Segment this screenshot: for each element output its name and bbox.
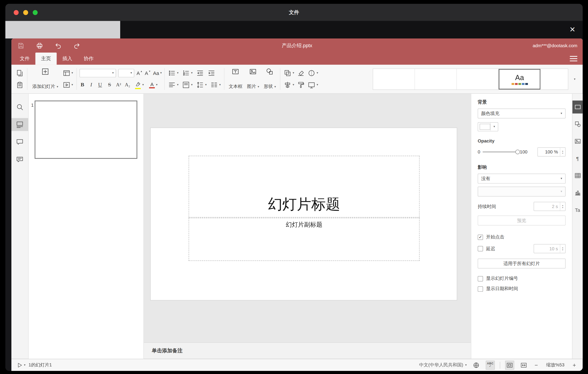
start-slideshow-status-button[interactable]: ▾ [17,362,25,368]
background-color-picker[interactable]: ▾ [478,122,498,132]
theme-tile[interactable] [373,69,415,89]
preview-button[interactable]: 预览 [478,216,566,225]
apply-to-all-slides-button[interactable]: 适用于所有幻灯片 [478,259,566,268]
insert-image-button[interactable]: 图片▾ [245,67,261,91]
superscript-button[interactable]: A² [116,82,121,88]
print-button[interactable] [35,41,43,50]
clear-style-button[interactable] [296,69,306,77]
document-language-button[interactable]: 中文(中华人民共和国) ▾ [419,362,467,368]
font-color-button[interactable]: A ▾ [148,81,158,88]
tab-collaboration[interactable]: 协作 [78,53,99,65]
set-language-button[interactable] [472,360,481,370]
spinner-arrows[interactable]: ▲▼ [560,244,565,253]
effect-type-select[interactable]: ▾ [478,187,566,196]
tab-home[interactable]: 主页 [35,53,56,65]
save-button[interactable] [17,41,25,50]
close-preview-button[interactable]: ✕ [567,24,578,35]
align-shape-button[interactable]: ▾ [283,81,295,89]
strikeout-button[interactable]: S [107,82,112,88]
copy-style-button[interactable] [296,81,306,89]
opacity-spinner[interactable]: 100 % ▲▼ [537,147,566,157]
spinner-arrows[interactable]: ▲▼ [560,148,565,156]
tab-file[interactable]: 文件 [14,53,35,65]
delay-spinner[interactable]: 10 s ▲▼ [534,244,566,253]
spell-check-button[interactable]: ABC ✓ [486,360,495,370]
slide-title-placeholder[interactable]: 幻灯片标题 [189,156,419,217]
font-size-combo[interactable]: ▾ [118,69,135,77]
vertical-align-button[interactable]: ▾ [182,81,193,89]
slide-subtitle-placeholder[interactable]: 幻灯片副标题 [189,218,419,261]
chat-panel-button[interactable] [11,153,28,166]
theme-gallery-expand-button[interactable]: ▾ [571,68,579,90]
tab-insert[interactable]: 插入 [57,53,78,65]
minimize-window-button[interactable] [23,10,28,15]
numbering-button[interactable]: ▾ [182,69,193,77]
increase-font-button[interactable]: A▲ [136,70,143,76]
start-slideshow-button[interactable]: ▾ [62,81,74,89]
show-slide-number-checkbox[interactable]: ✓ 显示幻灯片编号 [478,275,566,282]
opacity-slider[interactable] [483,152,518,152]
paste-button[interactable] [15,81,24,89]
change-layout-button[interactable]: ▾ [62,69,74,77]
underline-button[interactable]: U [97,82,103,88]
spinner-arrows[interactable]: ▲▼ [560,202,565,210]
notes-area[interactable]: 单击添加备注 [144,342,471,359]
slide-thumbnail[interactable] [35,100,137,159]
add-slide-button[interactable]: 添加幻灯片▾ [29,67,61,91]
slides-panel-button[interactable] [11,118,28,131]
opacity-slider-knob[interactable] [515,150,520,154]
decrease-indent-button[interactable] [196,69,205,77]
line-spacing-button[interactable]: ▾ [196,81,208,89]
comments-panel-button[interactable] [11,136,28,149]
paragraph-settings-tab[interactable]: ¶ [572,152,583,165]
toolbar-separator [280,68,281,90]
menu-button[interactable] [570,56,577,61]
zoom-out-button[interactable]: − [533,362,539,368]
slide-settings-tab[interactable] [572,100,583,113]
theme-tile[interactable] [415,69,457,89]
undo-button[interactable] [54,41,62,50]
delay-checkbox[interactable]: ✓ 延迟 [478,245,495,252]
search-panel-button[interactable] [11,100,28,113]
font-name-combo[interactable]: ▾ [80,69,116,77]
image-settings-tab[interactable] [572,135,583,148]
zoom-in-button[interactable]: + [571,362,577,368]
duration-spinner[interactable]: 2 s ▲▼ [534,202,566,211]
theme-tile[interactable] [457,69,499,89]
table-settings-tab[interactable] [572,169,583,182]
shape-settings-tab[interactable] [572,118,583,131]
slide-size-button[interactable]: ▾ [307,81,319,89]
arrange-shape-button[interactable]: ▾ [283,69,295,77]
theme-tile-selected[interactable]: Aa [499,69,540,89]
start-on-click-checkbox[interactable]: ✓ 开始点击 [478,234,566,240]
highlight-color-button[interactable]: ▾ [134,80,145,89]
slide[interactable]: 幻灯片标题 幻灯片副标题 [150,128,457,300]
textart-settings-tab[interactable]: Ta [572,203,583,216]
redo-button[interactable] [73,41,81,50]
fit-slide-button[interactable] [505,360,514,370]
close-window-button[interactable] [14,10,19,15]
show-date-time-checkbox[interactable]: ✓ 显示日期和时间 [478,286,566,292]
subscript-button[interactable]: A₂ [125,82,130,88]
increase-indent-button[interactable] [207,69,216,77]
color-scheme-button[interactable]: ▾ [307,69,319,77]
italic-button[interactable]: I [89,82,93,88]
fit-width-button[interactable] [519,360,528,370]
decrease-font-button[interactable]: A▼ [145,70,151,76]
chart-settings-tab[interactable] [572,186,583,199]
theme-tile[interactable] [540,69,568,89]
spellcheck-icon: ABC ✓ [487,362,494,368]
textart-icon-label: Ta [575,207,580,213]
copy-button[interactable] [15,69,24,77]
zoom-window-button[interactable] [33,10,38,15]
bullets-button[interactable]: ▾ [168,69,179,77]
insert-textbox-button[interactable]: 文本框 [227,67,245,91]
horizontal-align-button[interactable]: ▾ [168,81,179,89]
columns-button[interactable]: ▾ [210,81,222,89]
slide-canvas[interactable]: 幻灯片标题 幻灯片副标题 [144,94,471,342]
bold-button[interactable]: B [80,82,85,88]
effect-select[interactable]: 没有 ▾ [478,174,566,183]
change-case-button[interactable]: Aa▾ [153,70,162,76]
background-fill-select[interactable]: 颜色填充 ▾ [478,109,566,118]
insert-shape-button[interactable]: 形状▾ [261,67,278,91]
